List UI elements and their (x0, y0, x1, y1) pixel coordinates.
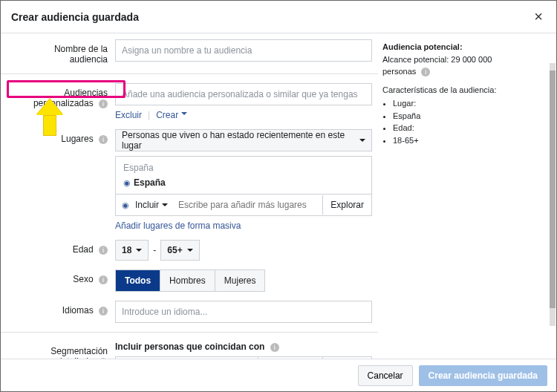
modal-title: Crear audiencia guardada (11, 11, 139, 23)
info-icon[interactable]: i (99, 135, 108, 144)
sex-segmented: Todos Hombres Mujeres (115, 270, 265, 292)
char-location-value: España (393, 110, 527, 122)
custom-audiences-input[interactable] (115, 83, 372, 105)
potential-title: Audiencia potencial: (382, 42, 463, 51)
sex-women-option[interactable]: Mujeres (215, 270, 265, 291)
modal-footer: Cancelar Crear audiencia guardada (1, 359, 556, 391)
places-label: Lugares (61, 134, 93, 144)
custom-audiences-label: Audiencias personalizadas (33, 88, 108, 108)
info-icon[interactable]: i (99, 307, 108, 316)
exclude-link[interactable]: Excluir (115, 110, 142, 120)
info-icon[interactable]: i (99, 99, 108, 108)
add-location-input[interactable] (174, 195, 322, 215)
age-label: Edad (73, 244, 94, 255)
bulk-add-locations-link[interactable]: Añadir lugares de forma masiva (115, 220, 241, 231)
reach-label: Alcance potencial: (382, 55, 449, 64)
potential-audience-panel: Audiencia potencial: Alcance potencial: … (378, 33, 534, 360)
info-icon[interactable]: i (99, 275, 108, 284)
create-saved-audience-modal: Crear audiencia guardada × Nombre de la … (0, 0, 557, 392)
scrollbar[interactable] (550, 63, 556, 326)
include-match-text: Incluir personas que coincidan con (115, 342, 264, 352)
include-select[interactable]: ◉ Incluir (116, 195, 174, 215)
languages-input[interactable] (115, 301, 372, 323)
form-area: Nombre de la audiencia Audiencias person… (1, 33, 378, 360)
char-age-value: 18-65+ (393, 134, 527, 147)
sex-label: Sexo (73, 274, 93, 284)
locations-box: España ◉España ◉ Incluir Explorar (115, 156, 372, 216)
places-mode-select[interactable]: Personas que viven o han estado reciente… (115, 129, 372, 151)
explore-locations-button[interactable]: Explorar (322, 195, 371, 215)
characteristics-title: Características de la audiencia: (382, 84, 527, 97)
languages-label: Idiomas (62, 305, 94, 316)
close-icon[interactable]: × (531, 8, 546, 25)
age-min-select[interactable]: 18 (115, 240, 149, 261)
char-location-label: Lugar: (393, 97, 527, 110)
age-max-select[interactable]: 65+ (160, 240, 199, 261)
info-icon[interactable]: i (270, 343, 279, 352)
sex-all-option[interactable]: Todos (116, 270, 160, 291)
modal-header: Crear audiencia guardada × (1, 1, 556, 33)
location-item[interactable]: ◉España (123, 177, 364, 188)
pin-icon: ◉ (122, 200, 129, 210)
info-icon[interactable]: i (99, 246, 108, 255)
sex-men-option[interactable]: Hombres (160, 270, 215, 291)
location-parent: España (123, 163, 364, 173)
info-icon[interactable]: i (421, 68, 430, 76)
audience-name-input[interactable] (115, 39, 372, 62)
char-age-label: Edad: (393, 122, 527, 134)
create-link[interactable]: Crear (156, 110, 186, 120)
audience-name-label: Nombre de la audiencia (14, 39, 115, 65)
pin-icon: ◉ (123, 178, 131, 187)
cancel-button[interactable]: Cancelar (358, 365, 413, 386)
save-audience-button[interactable]: Crear audiencia guardada (419, 365, 547, 386)
